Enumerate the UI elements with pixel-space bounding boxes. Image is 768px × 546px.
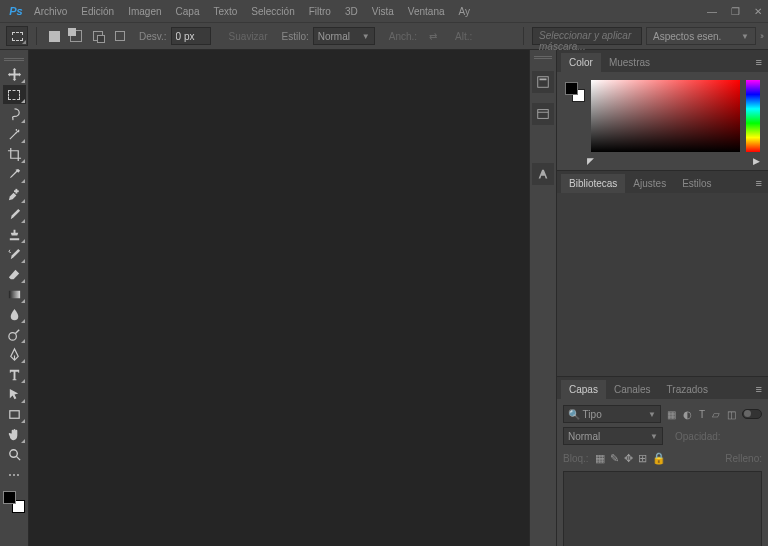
color-panel-swatches[interactable] <box>565 82 585 102</box>
hand-tool[interactable] <box>3 425 26 444</box>
lasso-tool[interactable] <box>3 105 26 124</box>
svg-point-5 <box>9 450 17 458</box>
lock-artboard-icon[interactable]: ⊞ <box>638 452 647 465</box>
options-bar: Desv.: Suavizar Estilo: Normal▼ Anch.: ⇄… <box>0 22 768 50</box>
menu-archivo[interactable]: Archivo <box>34 6 67 17</box>
blend-mode-select[interactable]: Normal▼ <box>563 427 663 445</box>
current-tool-indicator[interactable] <box>6 26 28 46</box>
selection-intersect-button[interactable] <box>111 27 129 45</box>
selection-add-button[interactable] <box>67 27 85 45</box>
style-select[interactable]: Normal▼ <box>313 27 375 45</box>
layer-filter-toggle[interactable] <box>742 409 762 419</box>
lock-position-icon[interactable]: ✥ <box>624 452 633 465</box>
minimize-button[interactable]: — <box>707 6 717 17</box>
maximize-button[interactable]: ❐ <box>731 6 740 17</box>
lock-paint-icon[interactable]: ✎ <box>610 452 619 465</box>
lock-pixels-icon[interactable]: ▦ <box>595 452 605 465</box>
feather-input[interactable] <box>171 27 211 45</box>
move-tool[interactable] <box>3 65 26 84</box>
menu-ayuda[interactable]: Ay <box>459 6 471 17</box>
healing-brush-tool[interactable] <box>3 185 26 204</box>
hue-slider[interactable] <box>746 80 760 152</box>
crop-tool[interactable] <box>3 145 26 164</box>
select-mask-button[interactable]: Seleccionar y aplicar máscara... <box>532 27 642 45</box>
gradient-tool[interactable] <box>3 285 26 304</box>
tab-paths[interactable]: Trazados <box>659 380 716 399</box>
layers-panel-menu[interactable]: ≡ <box>756 383 762 395</box>
picker-pointer-left: ◤ <box>587 156 594 166</box>
filter-adjust-icon[interactable]: ◐ <box>683 409 692 420</box>
svg-rect-6 <box>538 77 549 88</box>
history-panel-icon[interactable] <box>532 71 554 93</box>
type-tool[interactable] <box>3 365 26 384</box>
toolbox-grip[interactable] <box>4 56 24 62</box>
lock-label: Bloq.: <box>563 453 589 464</box>
tab-channels[interactable]: Canales <box>606 380 659 399</box>
workspace-switcher[interactable]: Aspectos esen.▼ <box>646 27 756 45</box>
svg-rect-1 <box>14 190 19 192</box>
marquee-tool[interactable] <box>3 85 26 104</box>
libraries-panel-menu[interactable]: ≡ <box>756 177 762 189</box>
magic-wand-tool[interactable] <box>3 125 26 144</box>
swap-wh-icon: ⇄ <box>429 31 437 42</box>
layers-list[interactable] <box>563 471 762 546</box>
tab-libraries[interactable]: Bibliotecas <box>561 174 625 193</box>
character-panel-icon[interactable] <box>532 163 554 185</box>
dodge-tool[interactable] <box>3 325 26 344</box>
pen-tool[interactable] <box>3 345 26 364</box>
blur-tool[interactable] <box>3 305 26 324</box>
expand-panels-icon[interactable]: ›› <box>760 31 762 41</box>
eraser-tool[interactable] <box>3 265 26 284</box>
tab-swatches[interactable]: Muestras <box>601 53 658 72</box>
panels-column: ‹‹ Color Muestras ≡ ◤▶ Bibliotecas Ajust… <box>557 50 768 546</box>
lock-all-icon[interactable]: 🔒 <box>652 452 666 465</box>
libraries-panel: Bibliotecas Ajustes Estilos ≡ <box>557 171 768 377</box>
menu-capa[interactable]: Capa <box>176 6 200 17</box>
style-label: Estilo: <box>282 31 309 42</box>
app-logo: Ps <box>6 4 26 18</box>
svg-rect-2 <box>8 291 19 299</box>
filter-smart-icon[interactable]: ◫ <box>727 409 736 420</box>
menu-imagen[interactable]: Imagen <box>128 6 161 17</box>
shape-tool[interactable] <box>3 405 26 424</box>
canvas-area[interactable] <box>29 50 529 546</box>
brush-tool[interactable] <box>3 205 26 224</box>
path-selection-tool[interactable] <box>3 385 26 404</box>
layer-filter-select[interactable]: 🔍 Tipo▼ <box>563 405 661 423</box>
clone-stamp-tool[interactable] <box>3 225 26 244</box>
filter-shape-icon[interactable]: ▱ <box>712 409 720 420</box>
svg-point-3 <box>8 333 16 341</box>
selection-new-button[interactable] <box>45 27 63 45</box>
color-panel: Color Muestras ≡ ◤▶ <box>557 50 768 171</box>
dock-grip[interactable] <box>534 56 552 61</box>
width-label: Anch.: <box>389 31 417 42</box>
edit-toolbar-button[interactable]: ⋯ <box>3 465 26 484</box>
color-panel-menu[interactable]: ≡ <box>756 56 762 68</box>
opacity-label: Opacidad: <box>675 431 721 442</box>
history-brush-tool[interactable] <box>3 245 26 264</box>
menu-edicion[interactable]: Edición <box>81 6 114 17</box>
tab-layers[interactable]: Capas <box>561 380 606 399</box>
menu-filtro[interactable]: Filtro <box>309 6 331 17</box>
eyedropper-tool[interactable] <box>3 165 26 184</box>
tab-adjustments[interactable]: Ajustes <box>625 174 674 193</box>
menu-seleccion[interactable]: Selección <box>251 6 294 17</box>
menu-texto[interactable]: Texto <box>213 6 237 17</box>
foreground-color-swatch[interactable] <box>3 491 16 504</box>
tab-color[interactable]: Color <box>561 53 601 72</box>
tab-styles[interactable]: Estilos <box>674 174 719 193</box>
properties-panel-icon[interactable] <box>532 103 554 125</box>
menu-3d[interactable]: 3D <box>345 6 358 17</box>
color-swatches[interactable] <box>3 491 25 513</box>
color-field[interactable] <box>591 80 740 152</box>
close-button[interactable]: ✕ <box>754 6 762 17</box>
main-area: ⋯ ‹‹ Color Muestras ≡ <box>0 50 768 546</box>
zoom-tool[interactable] <box>3 445 26 464</box>
filter-type-icon[interactable]: T <box>699 409 705 420</box>
layer-filter-icons: ▦ ◐ T ▱ ◫ <box>667 409 736 420</box>
selection-subtract-button[interactable] <box>89 27 107 45</box>
svg-rect-8 <box>538 110 549 119</box>
menu-vista[interactable]: Vista <box>372 6 394 17</box>
menu-ventana[interactable]: Ventana <box>408 6 445 17</box>
filter-image-icon[interactable]: ▦ <box>667 409 676 420</box>
